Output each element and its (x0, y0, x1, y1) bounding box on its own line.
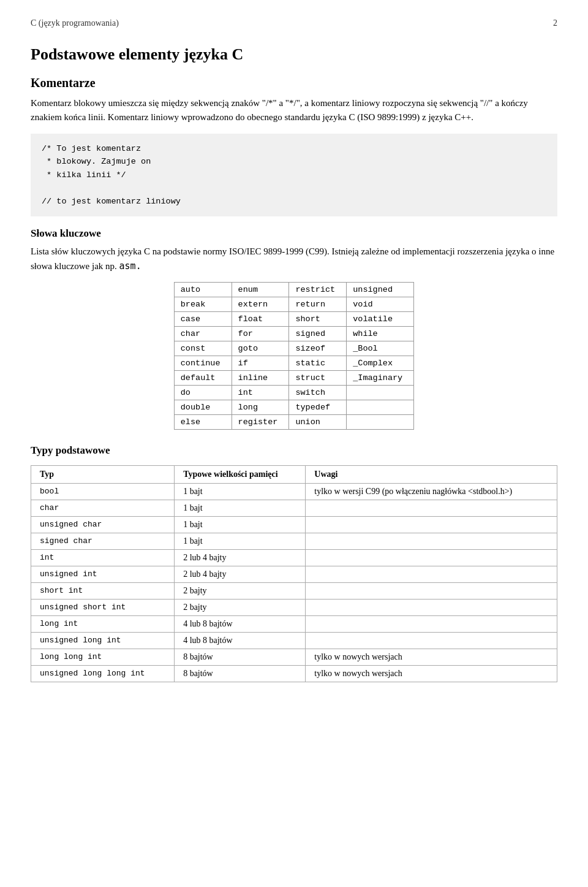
slowa-kluczowe-para: Lista słów kluczowych języka C na podsta… (31, 245, 557, 273)
types-table-cell (306, 582, 557, 599)
keyword-cell: register (232, 414, 289, 429)
types-table-cell: 1 bajt (175, 483, 306, 500)
keyword-cell: unsigned (347, 282, 414, 297)
header-right: 2 (553, 18, 557, 28)
page-title: Podstawowe elementy języka C (31, 45, 557, 64)
keyword-cell: double (174, 400, 232, 414)
keyword-cell: default (174, 370, 232, 385)
keyword-cell (347, 414, 414, 429)
types-table-cell (306, 632, 557, 649)
types-table: TypTypowe wielkości pamięciUwagi bool1 b… (31, 465, 557, 682)
keyword-cell: void (347, 297, 414, 311)
keyword-cell: _Imaginary (347, 370, 414, 385)
types-table-header: Typ (31, 465, 175, 483)
keyword-cell (347, 400, 414, 414)
types-table-cell: long long int (31, 649, 175, 665)
types-table-cell: tylko w nowych wersjach (306, 665, 557, 682)
keyword-cell: enum (232, 282, 289, 297)
types-table-cell: bool (31, 483, 175, 500)
types-table-cell: 8 bajtów (175, 649, 306, 665)
keyword-cell: while (347, 326, 414, 341)
komentarze-para1: Komentarz blokowy umieszcza się między s… (31, 96, 557, 125)
types-table-cell: 4 lub 8 bajtów (175, 615, 306, 632)
keyword-cell: switch (289, 385, 347, 400)
keyword-cell: case (174, 311, 232, 326)
types-table-cell: short int (31, 582, 175, 599)
keyword-cell: auto (174, 282, 232, 297)
keyword-cell: _Bool (347, 341, 414, 356)
types-table-cell (306, 516, 557, 533)
types-table-cell: int (31, 549, 175, 566)
types-table-cell: 8 bajtów (175, 665, 306, 682)
code-block-komentarze: /* To jest komentarz * blokowy. Zajmuje … (31, 134, 557, 217)
types-table-cell: unsigned long long int (31, 665, 175, 682)
keyword-cell: inline (232, 370, 289, 385)
types-table-cell: 2 lub 4 bajty (175, 549, 306, 566)
keyword-cell: long (232, 400, 289, 414)
slowa-kluczowe-heading: Słowa kluczowe (31, 227, 557, 240)
keyword-cell: break (174, 297, 232, 311)
asm-code: asm. (119, 261, 141, 272)
keyword-cell: float (232, 311, 289, 326)
types-table-cell: unsigned long int (31, 632, 175, 649)
types-table-cell (306, 500, 557, 516)
keyword-cell: union (289, 414, 347, 429)
keyword-cell: do (174, 385, 232, 400)
keyword-cell: short (289, 311, 347, 326)
types-table-cell: 1 bajt (175, 516, 306, 533)
keyword-cell: for (232, 326, 289, 341)
types-table-cell: tylko w nowych wersjach (306, 649, 557, 665)
keyword-cell: static (289, 356, 347, 370)
types-table-cell (306, 566, 557, 582)
keyword-cell (347, 385, 414, 400)
types-table-cell: 2 bajty (175, 599, 306, 615)
types-table-cell: 2 bajty (175, 582, 306, 599)
komentarze-heading: Komentarze (31, 76, 557, 90)
keywords-table: autoenumrestrictunsignedbreakexternretur… (174, 282, 414, 430)
keyword-cell: volatile (347, 311, 414, 326)
keyword-cell: int (232, 385, 289, 400)
keyword-cell: else (174, 414, 232, 429)
types-table-cell: char (31, 500, 175, 516)
keyword-cell: struct (289, 370, 347, 385)
keyword-cell: continue (174, 356, 232, 370)
types-table-cell: unsigned short int (31, 599, 175, 615)
keyword-cell: typedef (289, 400, 347, 414)
page-header: C (język programowania) 2 (31, 18, 557, 28)
types-table-cell: 2 lub 4 bajty (175, 566, 306, 582)
keyword-cell: signed (289, 326, 347, 341)
keyword-cell: restrict (289, 282, 347, 297)
types-table-header: Uwagi (306, 465, 557, 483)
types-table-cell: tylko w wersji C99 (po włączeniu nagłówk… (306, 483, 557, 500)
keyword-cell: goto (232, 341, 289, 356)
keyword-cell: if (232, 356, 289, 370)
keyword-cell: sizeof (289, 341, 347, 356)
keyword-cell: char (174, 326, 232, 341)
types-table-cell: signed char (31, 533, 175, 549)
types-table-cell (306, 599, 557, 615)
types-table-cell (306, 615, 557, 632)
keyword-cell: _Complex (347, 356, 414, 370)
types-table-cell: 4 lub 8 bajtów (175, 632, 306, 649)
keyword-cell: const (174, 341, 232, 356)
types-table-cell (306, 549, 557, 566)
types-table-cell: unsigned char (31, 516, 175, 533)
types-table-cell: unsigned int (31, 566, 175, 582)
keyword-cell: extern (232, 297, 289, 311)
keyword-cell: return (289, 297, 347, 311)
types-table-header: Typowe wielkości pamięci (175, 465, 306, 483)
slowa-kluczowe-text: Lista słów kluczowych języka C na podsta… (31, 246, 554, 270)
types-table-cell: 1 bajt (175, 500, 306, 516)
header-left: C (język programowania) (31, 18, 119, 28)
types-table-cell: 1 bajt (175, 533, 306, 549)
typy-podstawowe-heading: Typy podstawowe (31, 444, 557, 457)
types-table-cell: long int (31, 615, 175, 632)
types-table-cell (306, 533, 557, 549)
